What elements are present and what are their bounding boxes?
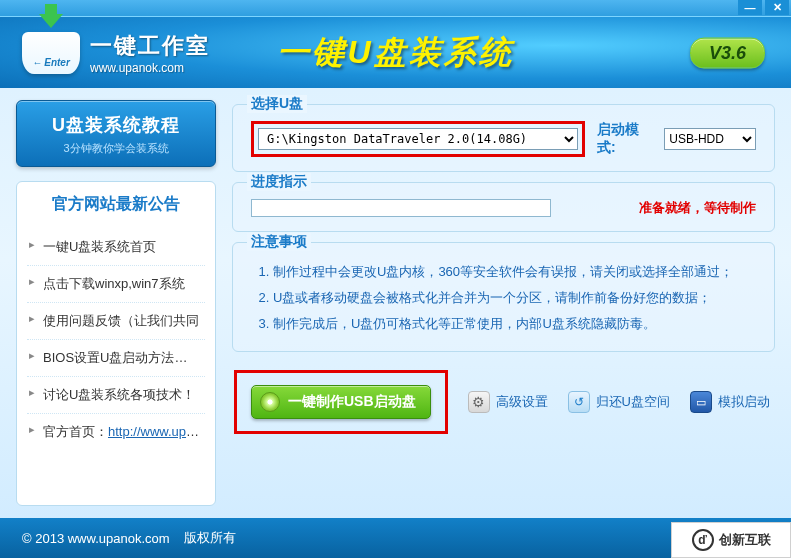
advanced-settings-button[interactable]: ⚙ 高级设置 [468,391,548,413]
status-text: 准备就绪，等待制作 [639,199,756,217]
news-item[interactable]: 点击下载winxp,win7系统 [27,266,205,303]
app-header: Enter 一键工作室 www.upanok.com 一键U盘装系统 V3.6 [0,16,791,88]
news-item-homepage[interactable]: 官方首页：http://www.upano [27,414,205,450]
homepage-link[interactable]: http://www.upano [108,424,205,439]
download-arrow-icon [39,14,63,28]
watermark-icon: ď [692,529,714,551]
copyright-text: © 2013 www.upanok.com [22,531,170,546]
news-item[interactable]: 讨论U盘装系统各项技术！ [27,377,205,414]
tutorial-title: U盘装系统教程 [23,113,209,137]
boot-mode-label: 启动模式: [597,121,656,157]
panel-notes: 注意事项 制作过程中会更改U盘内核，360等安全软件会有误报，请关闭或选择全部通… [232,242,775,352]
tutorial-button[interactable]: U盘装系统教程 3分钟教你学会装系统 [16,100,216,167]
note-item: U盘或者移动硬盘会被格式化并合并为一个分区，请制作前备份好您的数据； [273,285,756,311]
boot-mode-select[interactable]: USB-HDD [664,128,756,150]
highlight-box: G:\Kingston DataTraveler 2.0(14.08G) [251,121,585,157]
enter-label: Enter [22,57,80,68]
note-item: 制作过程中会更改U盘内核，360等安全软件会有误报，请关闭或选择全部通过； [273,259,756,285]
brand-url: www.upanok.com [90,61,210,75]
panel-label: 注意事项 [247,233,311,251]
monitor-icon: ▭ [690,391,712,413]
version-badge: V3.6 [690,37,765,68]
usb-drive-select[interactable]: G:\Kingston DataTraveler 2.0(14.08G) [258,128,578,150]
highlight-box: 一键制作USB启动盘 [234,370,448,434]
action-bar: 一键制作USB启动盘 ⚙ 高级设置 ↺ 归还U盘空间 ▭ 模拟启动 [232,362,775,438]
panel-progress: 进度指示 准备就绪，等待制作 [232,182,775,232]
news-item[interactable]: BIOS设置U盘启动方法… [27,340,205,377]
app-title: 一键U盘装系统 [277,31,513,75]
title-bar: — ✕ [0,0,791,16]
restore-icon: ↺ [568,391,590,413]
gear-icon: ⚙ [468,391,490,413]
note-item: 制作完成后，U盘仍可格式化等正常使用，内部U盘系统隐藏防毒。 [273,311,756,337]
news-heading: 官方网站最新公告 [27,194,205,215]
simulate-boot-button[interactable]: ▭ 模拟启动 [690,391,770,413]
tutorial-subtitle: 3分钟教你学会装系统 [23,141,209,156]
watermark: ď 创新互联 [671,522,791,558]
news-item[interactable]: 使用问题反馈（让我们共同 [27,303,205,340]
watermark-text: 创新互联 [719,531,771,549]
minimize-button[interactable]: — [738,0,762,15]
disc-icon [260,392,280,412]
panel-select-usb: 选择U盘 G:\Kingston DataTraveler 2.0(14.08G… [232,104,775,172]
news-item[interactable]: 一键U盘装系统首页 [27,229,205,266]
panel-label: 选择U盘 [247,95,307,113]
panel-label: 进度指示 [247,173,311,191]
rights-text: 版权所有 [184,529,236,547]
restore-space-button[interactable]: ↺ 归还U盘空间 [568,391,670,413]
close-button[interactable]: ✕ [765,0,789,15]
news-card: 官方网站最新公告 一键U盘装系统首页 点击下载winxp,win7系统 使用问题… [16,181,216,506]
make-usb-button[interactable]: 一键制作USB启动盘 [251,385,431,419]
logo-icon: Enter [22,32,80,74]
brand-name: 一键工作室 [90,31,210,61]
progress-bar [251,199,551,217]
